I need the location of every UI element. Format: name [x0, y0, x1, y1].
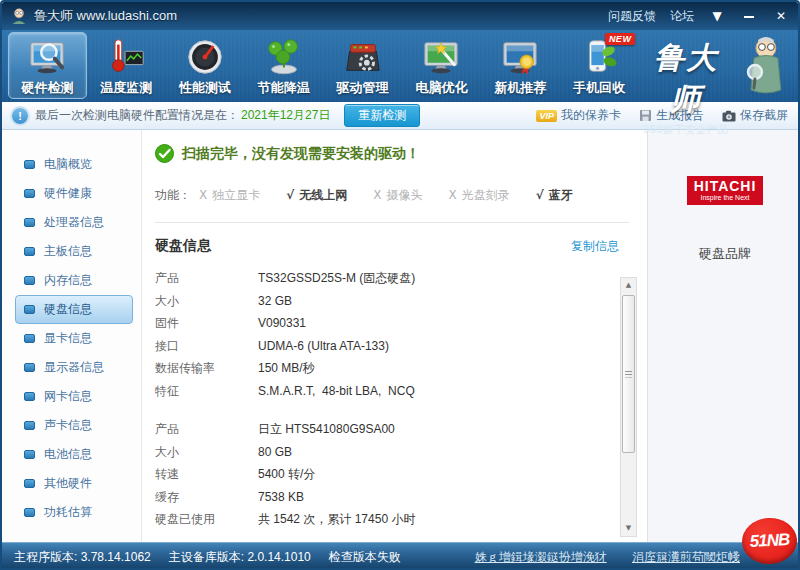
- bullet-icon: [24, 305, 35, 314]
- main-area: 电脑概览 硬件健康 处理器信息 主板信息 内存信息 硬盘信息 显卡信息 显示器信…: [2, 130, 798, 542]
- sidebar: 电脑概览 硬件健康 处理器信息 主板信息 内存信息 硬盘信息 显卡信息 显示器信…: [2, 130, 142, 542]
- minimize-button[interactable]: [740, 9, 758, 23]
- sidebar-item-sound-card-info[interactable]: 声卡信息: [15, 411, 133, 440]
- pc-optimize-icon: [420, 36, 462, 78]
- info-icon: !: [12, 108, 28, 124]
- divider: [155, 222, 629, 223]
- table-row: 特征S.M.A.R.T, 48-bit LBA, NCQ: [155, 380, 647, 403]
- scroll-up-arrow[interactable]: ▲: [621, 278, 636, 293]
- disk-group-1: 产品TS32GSSD25S-M (固态硬盘) 大小32 GB 固件V090331…: [155, 267, 647, 402]
- section-title: 硬盘信息: [155, 237, 211, 255]
- table-row: 大小80 GB: [155, 441, 647, 464]
- toolbar-tab-new-pc[interactable]: 新机推荐: [481, 32, 560, 99]
- right-panel: HITACHI Inspire the Next 硬盘品牌: [647, 130, 800, 542]
- content-panel: 扫描完毕，没有发现需要安装的驱动！ 功能： X独立显卡 √无线上网 X摄像头 X…: [143, 130, 647, 542]
- skin-menu-icon[interactable]: ▼: [708, 9, 726, 23]
- save-screenshot-label: 保存截屏: [740, 107, 788, 124]
- table-row: 大小32 GB: [155, 290, 647, 313]
- app-version: 主程序版本: 3.78.14.1062: [14, 549, 151, 566]
- notice-message: 最后一次检测电脑硬件配置情况是在：: [35, 107, 239, 124]
- toolbar-tab-phone-recycle[interactable]: NEW 手机回收: [560, 32, 639, 99]
- sidebar-item-other-hardware[interactable]: 其他硬件: [15, 469, 133, 498]
- panel-caption: 硬盘品牌: [648, 245, 800, 263]
- sidebar-item-monitor-info[interactable]: 显示器信息: [15, 353, 133, 382]
- app-logo-icon: [10, 7, 28, 25]
- copy-info-link[interactable]: 复制信息: [571, 238, 619, 255]
- hitachi-logo: HITACHI Inspire the Next: [687, 176, 764, 205]
- titlebar: 鲁大师 www.ludashi.com 问题反馈 论坛 ▼ ✕: [2, 2, 798, 30]
- close-button[interactable]: ✕: [772, 9, 790, 23]
- rescan-button[interactable]: 重新检测: [344, 104, 420, 127]
- toolbar-tab-hardware-detect[interactable]: 硬件检测: [8, 32, 87, 99]
- feedback-link[interactable]: 问题反馈: [608, 8, 656, 25]
- sidebar-item-power-estimate[interactable]: 功耗估算: [15, 498, 133, 527]
- brand-name: HITACHI: [694, 179, 757, 193]
- tab-label: 节能降温: [258, 79, 310, 97]
- status-bar: 主程序版本: 3.78.14.1062 主设备库版本: 2.0.14.1010 …: [2, 542, 798, 570]
- sidebar-item-network-card-info[interactable]: 网卡信息: [15, 382, 133, 411]
- features-label: 功能：: [155, 187, 191, 204]
- table-row: 接口UDMA-6 (Ultra ATA-133): [155, 335, 647, 358]
- status-links: 姝ｇ增鍓堟濲鎹扮增浼犲 涓庢簱瀵煎苟閾炬帴: [475, 549, 740, 566]
- notice-date: 2021年12月27日: [241, 107, 330, 124]
- check-circle-icon: [155, 144, 174, 163]
- disk-group-2: 产品日立 HTS541080G9SA00 大小80 GB 转速5400 转/分 …: [155, 418, 647, 531]
- features-row: 功能： X独立显卡 √无线上网 X摄像头 X光盘刻录 √蓝牙: [155, 187, 647, 204]
- feature-discrete-gpu: X独立显卡: [199, 187, 260, 204]
- sidebar-item-memory-info[interactable]: 内存信息: [15, 266, 133, 295]
- temperature-monitor-icon: [105, 36, 147, 78]
- titlebar-actions: 问题反馈 论坛 ▼ ✕: [608, 8, 790, 25]
- version-check-status: 检查版本失败: [329, 549, 401, 566]
- toolbar-tab-temperature[interactable]: 温度监测: [87, 32, 166, 99]
- table-row: 产品日立 HTS541080G9SA00: [155, 418, 647, 441]
- hardware-detect-icon: [26, 36, 68, 78]
- toolbar-tab-performance[interactable]: 性能测试: [166, 32, 245, 99]
- sidebar-item-cpu-info[interactable]: 处理器信息: [15, 208, 133, 237]
- status-link-1[interactable]: 姝ｇ增鍓堟濲鎹扮增浼犲: [475, 550, 607, 564]
- app-window: 鲁大师 www.ludashi.com 问题反馈 论坛 ▼ ✕ 硬件检测: [0, 0, 800, 570]
- bullet-icon: [24, 160, 35, 169]
- sidebar-item-gpu-info[interactable]: 显卡信息: [15, 324, 133, 353]
- sidebar-item-hardware-health[interactable]: 硬件健康: [15, 179, 133, 208]
- scan-result-row: 扫描完毕，没有发现需要安装的驱动！: [155, 144, 647, 163]
- disk-info-list: 产品TS32GSSD25S-M (固态硬盘) 大小32 GB 固件V090331…: [155, 267, 647, 531]
- feature-mark: X: [448, 188, 456, 202]
- bullet-icon: [24, 392, 35, 401]
- feature-mark: √: [536, 188, 544, 202]
- sidebar-item-battery-info[interactable]: 电池信息: [15, 440, 133, 469]
- brand-block: 鲁大师 360旗下安全产品: [638, 38, 734, 137]
- feature-mark: X: [373, 188, 381, 202]
- scroll-down-arrow[interactable]: ▼: [621, 521, 636, 536]
- bullet-icon: [24, 247, 35, 256]
- forum-link[interactable]: 论坛: [670, 8, 694, 25]
- sidebar-item-disk-info[interactable]: 硬盘信息: [15, 295, 133, 324]
- tab-label: 驱动管理: [337, 79, 389, 97]
- table-row: 转速5400 转/分: [155, 463, 647, 486]
- new-pc-recommend-icon: [499, 36, 541, 78]
- table-row: 硬盘已使用共 1542 次，累计 17450 小时: [155, 508, 647, 531]
- bullet-icon: [24, 189, 35, 198]
- mascot-icon: [740, 34, 792, 98]
- toolbar-tab-pc-optimize[interactable]: 电脑优化: [402, 32, 481, 99]
- toolbar-tab-energy-saving[interactable]: 节能降温: [244, 32, 323, 99]
- brand-tagline: Inspire the Next: [694, 194, 757, 201]
- status-link-2[interactable]: 涓庢簱瀵煎苟閾炬帴: [632, 550, 740, 564]
- feature-disc-burning: X光盘刻录: [448, 187, 509, 204]
- window-title: 鲁大师 www.ludashi.com: [34, 7, 177, 25]
- energy-saving-icon: [263, 36, 305, 78]
- care-card-link[interactable]: VIP 我的保养卡: [536, 107, 621, 124]
- vip-badge: VIP: [536, 110, 557, 122]
- brand-logo-text: 鲁大师: [638, 38, 734, 120]
- scan-result-text: 扫描完毕，没有发现需要安装的驱动！: [182, 145, 420, 163]
- section-header: 硬盘信息 复制信息: [155, 237, 647, 255]
- new-badge: NEW: [605, 33, 636, 45]
- feature-camera: X摄像头: [373, 187, 422, 204]
- bullet-icon: [24, 479, 35, 488]
- db-version: 主设备库版本: 2.0.14.1010: [169, 549, 311, 566]
- sidebar-item-motherboard-info[interactable]: 主板信息: [15, 237, 133, 266]
- scrollbar[interactable]: ▲ ▼: [620, 277, 637, 537]
- toolbar-tab-driver-manage[interactable]: 驱动管理: [323, 32, 402, 99]
- scrollbar-thumb[interactable]: [622, 295, 635, 453]
- sidebar-item-computer-overview[interactable]: 电脑概览: [15, 150, 133, 179]
- tab-label: 性能测试: [179, 79, 231, 97]
